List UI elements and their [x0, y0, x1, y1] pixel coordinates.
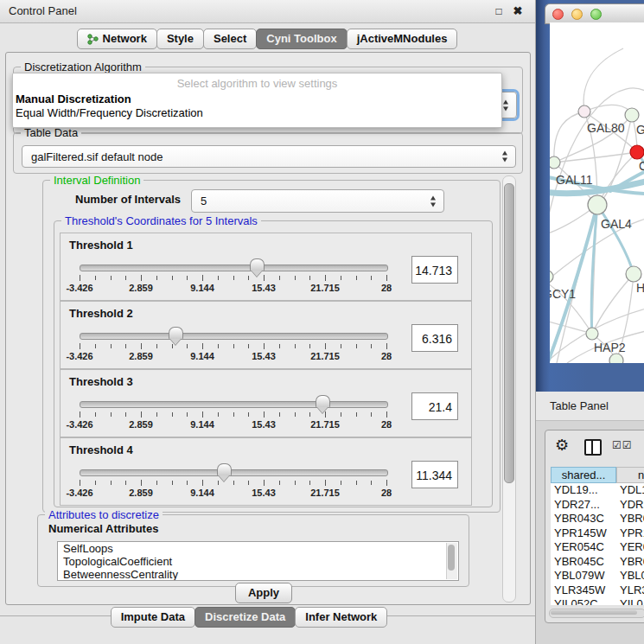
network-node[interactable]	[609, 354, 623, 363]
apply-button[interactable]: Apply	[235, 583, 292, 603]
threshold-label: Threshold 2	[69, 307, 133, 320]
threshold-slider-track[interactable]	[80, 265, 388, 271]
threshold-slider-thumb[interactable]	[217, 463, 232, 475]
attribute-item-betweennesscentrality[interactable]: BetweennessCentrality	[58, 568, 458, 581]
network-node-gal4[interactable]	[588, 195, 607, 214]
table-cell[interactable]: YBR043C	[551, 512, 616, 526]
cyni-tab-impute-data[interactable]: Impute Data	[111, 607, 195, 628]
network-node-gal80[interactable]	[578, 105, 590, 118]
cyni-tab-infer-network[interactable]: Infer Network	[295, 607, 387, 628]
node-label-h: H	[636, 281, 644, 295]
threshold-value-field[interactable]: 21.4	[411, 392, 458, 420]
numerical-attributes-list[interactable]: SelfLoopsTopologicalCoefficientBetweenne…	[57, 541, 459, 581]
tick-label: 28	[367, 419, 405, 430]
algorithm-option-equal-width-frequency[interactable]: Equal Width/Frequency Discretization	[16, 106, 499, 119]
threshold-label: Threshold 4	[69, 443, 133, 456]
close-traffic-light-icon[interactable]	[552, 9, 564, 20]
table-row[interactable]: YBL079WYBL0	[551, 569, 644, 583]
scrollbar-thumb[interactable]	[504, 183, 514, 483]
gear-icon[interactable]: ⚙	[555, 437, 569, 453]
table-column-header-na[interactable]: na	[616, 467, 644, 483]
table-row[interactable]: YBR045CYBR0	[551, 555, 644, 570]
tick-label: 2.859	[122, 419, 160, 430]
table-row[interactable]: YLR345WYLR3	[551, 583, 644, 598]
table-cell[interactable]: YBR0	[616, 555, 644, 570]
tick-mark	[187, 412, 188, 417]
zoom-traffic-light-icon[interactable]	[590, 9, 602, 20]
main-tab-network[interactable]: Network	[77, 29, 157, 49]
cyni-tab-discretize-data[interactable]: Discretize Data	[194, 607, 296, 628]
tick-mark	[309, 412, 310, 417]
close-icon[interactable]: ✖	[511, 4, 525, 18]
tick-mark	[202, 275, 203, 281]
table-row[interactable]: YIL052CYIL0	[551, 597, 644, 605]
network-canvas[interactable]: GAL80GACGAL11GAL4GCY1HHAP2	[550, 22, 644, 363]
table-column-header-shared[interactable]: shared...	[551, 467, 616, 483]
table-cell[interactable]: YPR145W	[551, 526, 616, 541]
threshold-value-field[interactable]: 11.344	[411, 461, 458, 488]
interval-definition-group-title: Interval Definition	[50, 174, 143, 187]
table-cell[interactable]: YBL079W	[551, 569, 616, 583]
network-node-hap2[interactable]	[586, 328, 598, 340]
main-tab-cyni-toolbox[interactable]: Cyni Toolbox	[256, 29, 347, 49]
main-tab-jactivemnodules[interactable]: jActiveMNodules	[347, 29, 458, 49]
network-node-gal11[interactable]	[550, 156, 560, 169]
threshold-value-field[interactable]: 14.713	[411, 256, 458, 284]
threshold-slider-track[interactable]	[80, 469, 388, 476]
table-cell[interactable]: YBR0	[616, 512, 644, 526]
scrollbar-thumb[interactable]	[448, 545, 455, 571]
table-cell[interactable]: YIL052C	[551, 597, 616, 605]
table-cell[interactable]: YER0	[616, 540, 644, 555]
node-label-gcy1: GCY1	[550, 287, 576, 301]
columns-icon[interactable]	[584, 439, 602, 456]
network-node-gcy1[interactable]	[550, 271, 553, 283]
screen: { "control_panel": { "title": "Control P…	[0, 0, 644, 644]
algorithm-option-manual-discretization[interactable]: Manual Discretization	[16, 92, 499, 105]
table-cell[interactable]: YLR3	[616, 583, 644, 598]
table-cell[interactable]: YPR1	[616, 526, 644, 541]
threshold-slider-thumb[interactable]	[250, 258, 265, 271]
attributes-to-discretize-group: Attributes to discretize Numerical Attri…	[37, 514, 469, 587]
threshold-slider-thumb[interactable]	[316, 395, 330, 407]
table-row[interactable]: YDL19...YDL1	[551, 483, 644, 498]
scrollbar-thumb[interactable]	[551, 610, 637, 615]
table-cell[interactable]: YBL0	[616, 569, 644, 583]
tab-label: jActiveMNodules	[357, 29, 448, 48]
table-cell[interactable]: YDR27...	[551, 498, 616, 513]
table-panel-titlebar: Table Panel	[536, 392, 644, 421]
table-horizontal-scrollbar[interactable]	[549, 609, 644, 618]
table-cell[interactable]: YDL19...	[551, 483, 616, 498]
table-cell[interactable]: YDL1	[616, 483, 644, 498]
threshold-label: Threshold 3	[69, 375, 133, 388]
table-cell[interactable]: YIL0	[616, 597, 644, 605]
table-rows: YDL19...YDL1YDR27...YDR2YBR043CYBR0YPR14…	[551, 483, 644, 605]
attribute-item-selfloops[interactable]: SelfLoops	[58, 542, 458, 555]
network-node-h[interactable]	[626, 266, 641, 282]
float-window-icon[interactable]: □	[492, 4, 506, 18]
attributes-list-scrollbar[interactable]	[446, 543, 457, 579]
main-tab-style[interactable]: Style	[156, 29, 204, 49]
tick-mark	[325, 275, 326, 281]
table-row[interactable]: YER054CYER0	[551, 540, 644, 555]
table-data-combobox[interactable]: galFiltered.sif default node	[22, 145, 516, 168]
threshold-slider-track[interactable]	[80, 401, 388, 408]
network-node-ga[interactable]	[625, 108, 639, 122]
table-cell[interactable]: YLR345W	[551, 583, 616, 598]
table-row[interactable]: YPR145WYPR1	[551, 526, 644, 541]
network-node-c[interactable]	[630, 145, 644, 159]
tick-mark	[248, 344, 249, 348]
threshold-value-field[interactable]: 6.316	[411, 324, 458, 352]
number-of-intervals-combobox[interactable]: 5	[191, 189, 444, 213]
checkboxes-icon[interactable]: ☑☑	[612, 439, 633, 451]
main-tab-select[interactable]: Select	[203, 29, 257, 49]
table-row[interactable]: YBR043CYBR0	[551, 512, 644, 526]
attribute-item-topologicalcoefficient[interactable]: TopologicalCoefficient	[58, 555, 458, 568]
minimize-traffic-light-icon[interactable]	[571, 9, 583, 20]
table-cell[interactable]: YER054C	[551, 540, 616, 555]
table-row[interactable]: YDR27...YDR2	[551, 498, 644, 513]
threshold-slider-thumb[interactable]	[169, 327, 183, 339]
threshold-slider-track[interactable]	[80, 333, 388, 340]
settings-vertical-scrollbar[interactable]	[502, 175, 516, 603]
table-cell[interactable]: YDR2	[616, 498, 644, 513]
table-cell[interactable]: YBR045C	[551, 555, 616, 570]
